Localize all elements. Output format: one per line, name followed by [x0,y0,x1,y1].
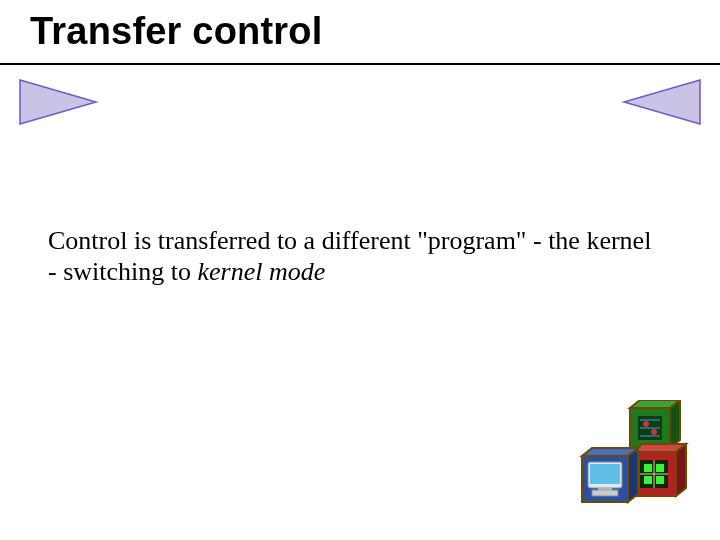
slide: Transfer control Control is transferred … [0,0,720,540]
svg-point-6 [643,421,649,427]
svg-marker-23 [628,448,638,502]
prev-button[interactable] [18,78,100,126]
page-title: Transfer control [30,10,323,53]
svg-rect-25 [590,464,620,484]
svg-rect-16 [656,464,664,472]
svg-marker-0 [20,80,96,124]
svg-marker-1 [624,80,700,124]
svg-rect-18 [656,476,664,484]
title-underline [0,63,720,65]
body-text: Control is transferred to a different "p… [48,226,658,287]
body-text-italic: kernel mode [198,257,326,286]
arrow-left-icon [620,78,702,126]
arrow-right-icon [18,78,100,126]
blocks-icon [570,400,690,524]
svg-rect-27 [598,488,612,491]
next-button[interactable] [620,78,702,126]
body-text-prefix: Control is transferred to a different "p… [48,226,651,286]
svg-rect-17 [644,476,652,484]
svg-rect-15 [644,464,652,472]
svg-marker-4 [670,400,680,448]
svg-point-7 [651,429,657,435]
svg-marker-13 [676,444,686,496]
